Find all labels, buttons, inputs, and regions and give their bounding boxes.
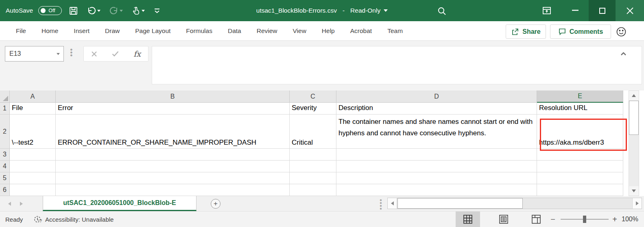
share-button[interactable]: Share	[506, 24, 546, 39]
cell-b3[interactable]	[56, 149, 290, 161]
cell-c6[interactable]	[290, 184, 336, 196]
horizontal-scrollbar-thumb[interactable]	[397, 198, 523, 209]
cell-e1[interactable]: Resolution URL	[537, 103, 623, 115]
row-header-5[interactable]: 5	[0, 172, 10, 184]
select-all-button[interactable]	[0, 90, 10, 103]
insert-function-button[interactable]: fx	[133, 49, 141, 58]
name-box-dropdown[interactable]	[53, 53, 63, 55]
read-only-dropdown[interactable]: Read-Only	[350, 7, 388, 14]
row-header-3[interactable]: 3	[0, 149, 10, 161]
name-box[interactable]: E13	[5, 46, 64, 62]
cell-e3[interactable]	[537, 149, 623, 161]
cell-c3[interactable]	[290, 149, 336, 161]
cancel-icon[interactable]	[91, 51, 97, 57]
search-button[interactable]	[436, 5, 448, 17]
row-header-1[interactable]: 1	[0, 103, 10, 115]
cell-d5[interactable]	[336, 172, 537, 184]
tab-draw[interactable]: Draw	[97, 21, 127, 41]
page-layout-view-button[interactable]	[491, 212, 516, 227]
cell-a5[interactable]	[10, 172, 56, 184]
column-header-a[interactable]: A	[10, 90, 56, 103]
tab-file[interactable]: File	[8, 21, 34, 41]
cell-b2[interactable]: ERROR_CONTAINER_OR_SHARE_NAME_IMPROPER_D…	[56, 115, 290, 149]
vertical-scrollbar[interactable]	[629, 90, 639, 196]
undo-button[interactable]	[85, 4, 102, 17]
cell-d4[interactable]	[336, 161, 537, 172]
tab-view[interactable]: View	[285, 21, 314, 41]
autosave-toggle[interactable]: Off	[38, 6, 62, 15]
enter-check-icon[interactable]	[112, 51, 119, 57]
undo-dropdown-caret[interactable]	[97, 10, 100, 12]
cell-c4[interactable]	[290, 161, 336, 172]
previous-sheet-button[interactable]	[8, 202, 11, 206]
cell-a1[interactable]: File	[10, 103, 56, 115]
vertical-scrollbar-thumb[interactable]	[629, 101, 639, 135]
close-button[interactable]	[616, 0, 644, 21]
scroll-right-button[interactable]	[632, 198, 642, 209]
formula-input[interactable]	[152, 46, 642, 84]
row-header-6[interactable]: 6	[0, 184, 10, 196]
cell-c1[interactable]: Severity	[290, 103, 336, 115]
save-button[interactable]	[67, 4, 80, 17]
column-header-d[interactable]: D	[336, 90, 537, 103]
cell-d1[interactable]: Description	[336, 103, 537, 115]
zoom-in-button[interactable]: +	[609, 212, 620, 227]
zoom-slider[interactable]	[561, 219, 609, 220]
comments-button[interactable]: Comments	[550, 24, 611, 39]
zoom-slider-thumb[interactable]	[583, 216, 586, 223]
zoom-level[interactable]: 100%	[622, 212, 638, 227]
page-break-preview-button[interactable]	[524, 212, 548, 227]
redo-button[interactable]	[107, 4, 124, 17]
touch-dropdown-caret[interactable]	[142, 10, 145, 12]
tab-review[interactable]: Review	[249, 21, 285, 41]
formula-bar-grip[interactable]: ●●●	[70, 48, 73, 57]
cell-e2[interactable]: https://aka.ms/dberr3	[537, 115, 623, 149]
cell-b1[interactable]: Error	[56, 103, 290, 115]
cell-d6[interactable]	[336, 184, 537, 196]
cell-b4[interactable]	[56, 161, 290, 172]
accessibility-status[interactable]: ? Accessibility: Unavailable	[33, 212, 114, 227]
scroll-left-button[interactable]	[388, 198, 397, 209]
cell-d2[interactable]: The container names and share names cann…	[336, 115, 537, 149]
horizontal-scrollbar[interactable]	[387, 198, 642, 209]
tab-insert[interactable]: Insert	[66, 21, 97, 41]
ribbon-display-options-button[interactable]	[536, 0, 557, 21]
cell-e5[interactable]	[537, 172, 623, 184]
cell-b6[interactable]	[56, 184, 290, 196]
cell-b5[interactable]	[56, 172, 290, 184]
cell-e6[interactable]	[537, 184, 623, 196]
sheet-tab-active[interactable]: utSAC1_202006051000_BlockBlob-E	[43, 196, 196, 211]
row-header-2[interactable]: 2	[0, 115, 10, 149]
tab-page-layout[interactable]: Page Layout	[127, 21, 178, 41]
maximize-button[interactable]	[589, 0, 616, 21]
feedback-button[interactable]	[616, 26, 627, 39]
row-header-4[interactable]: 4	[0, 161, 10, 172]
scroll-up-button[interactable]	[629, 91, 639, 100]
next-sheet-button[interactable]	[20, 202, 23, 206]
tabbar-splitter-grip[interactable]: ●●●●	[380, 198, 382, 210]
cell-a4[interactable]	[10, 161, 56, 172]
new-sheet-button[interactable]: +	[211, 199, 220, 209]
touch-mode-button[interactable]	[130, 4, 146, 17]
column-header-e-selected[interactable]: E	[537, 90, 623, 103]
column-header-c[interactable]: C	[290, 90, 336, 103]
tab-home[interactable]: Home	[34, 21, 66, 41]
redo-dropdown-caret[interactable]	[120, 10, 123, 12]
cell-a2[interactable]: \--test2	[10, 115, 56, 149]
column-header-b[interactable]: B	[56, 90, 290, 103]
cell-a3[interactable]	[10, 149, 56, 161]
collapse-formula-bar-button[interactable]	[618, 50, 628, 58]
tab-data[interactable]: Data	[220, 21, 249, 41]
cell-e4[interactable]	[537, 161, 623, 172]
minimize-button[interactable]	[565, 0, 586, 21]
tab-help[interactable]: Help	[314, 21, 343, 41]
zoom-out-button[interactable]: −	[547, 212, 559, 227]
tab-formulas[interactable]: Formulas	[178, 21, 220, 41]
cell-a6[interactable]	[10, 184, 56, 196]
customize-quick-access-button[interactable]	[152, 6, 162, 15]
cell-c5[interactable]	[290, 172, 336, 184]
scroll-down-button[interactable]	[629, 186, 639, 196]
tab-acrobat[interactable]: Acrobat	[343, 21, 380, 41]
cell-d3[interactable]	[336, 149, 537, 161]
cell-c2[interactable]: Critical	[290, 115, 336, 149]
